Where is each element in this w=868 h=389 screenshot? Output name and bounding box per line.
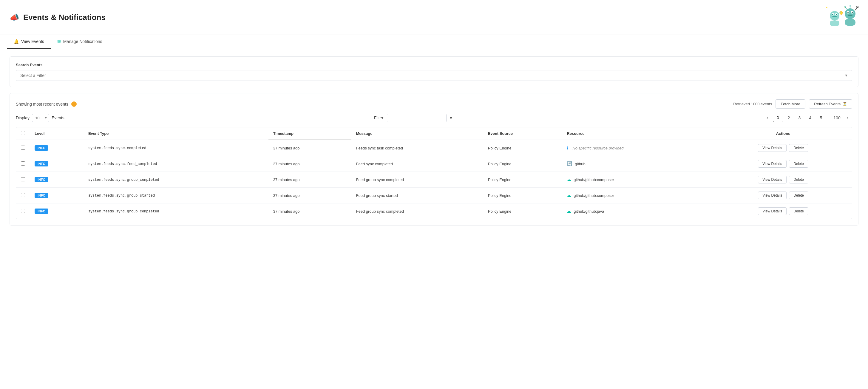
tab-bar: 🔔 View Events ✉ Manage Notifications [0,35,868,49]
showing-text: Showing most recent events [16,102,68,107]
table-row: INFO system.feeds.sync.completed 37 minu… [16,140,852,156]
page-wrapper: 📣 Events & Notifications [0,0,868,389]
display-label: Display [16,115,30,120]
table-row: INFO system.feeds.sync.feed_completed 37… [16,156,852,172]
select-all-checkbox[interactable] [21,131,25,135]
tab-manage-notifications-label: Manage Notifications [63,39,102,44]
row-event-source: Policy Engine [483,172,562,188]
tab-view-events[interactable]: 🔔 View Events [7,35,51,49]
resource-text: github/github:composer [574,178,614,182]
table-body: INFO system.feeds.sync.completed 37 minu… [16,140,852,219]
row-event-type: system.feeds.sync.group_started [84,188,269,204]
table-row: INFO system.feeds.sync.group_started 37 … [16,188,852,204]
row-resource: ℹNo specific resource provided [562,140,714,156]
action-buttons: View Details Delete [719,160,847,168]
main-content: Search Events ▼ Showing most recent even… [0,49,868,233]
display-row: Display 10 25 50 100 Events Filter: [16,113,852,122]
filter-label: Filter: [374,115,384,120]
action-buttons: View Details Delete [719,144,847,152]
pagination: ‹ 1 2 3 4 5 ... 100 › [763,113,852,122]
row-checkbox-4[interactable] [21,209,25,213]
delete-button[interactable]: Delete [789,160,808,168]
action-buttons: View Details Delete [719,176,847,183]
row-event-source: Policy Engine [483,140,562,156]
view-details-button[interactable]: View Details [758,176,786,183]
row-resource: 🔄github [562,156,714,172]
prev-page-button[interactable]: ‹ [763,113,772,122]
page-3-button[interactable]: 3 [795,113,804,122]
svg-rect-15 [845,19,856,26]
view-details-button[interactable]: View Details [758,144,786,152]
row-checkbox-cell [16,204,30,219]
email-icon: ✉ [57,39,61,44]
row-checkbox-3[interactable] [21,193,25,197]
search-label: Search Events [16,63,852,67]
page-5-button[interactable]: 5 [816,113,825,122]
row-checkbox-cell [16,156,30,172]
level-badge: INFO [35,145,48,151]
filter-input[interactable] [387,114,446,122]
events-table: Level Event Type Timestamp Message Event… [16,127,852,219]
row-event-type: system.feeds.sync.group_completed [84,172,269,188]
view-details-button[interactable]: View Details [758,207,786,215]
row-message: Feed sync completed [351,156,483,172]
row-event-type: system.feeds.sync.feed_completed [84,156,269,172]
view-details-button[interactable]: View Details [758,191,786,199]
row-event-source: Policy Engine [483,156,562,172]
row-event-type: system.feeds.sync.completed [84,140,269,156]
delete-button[interactable]: Delete [789,207,808,215]
svg-text:★: ★ [826,6,828,9]
resource-text: github/github:java [574,209,604,214]
row-checkbox-1[interactable] [21,161,25,166]
search-section: Search Events ▼ [9,56,859,87]
row-resource: ☁github/github:composer [562,188,714,204]
retrieved-text: Retrieved 1000 events [733,102,772,106]
svg-rect-6 [830,21,839,26]
delete-button[interactable]: Delete [789,176,808,183]
svg-rect-14 [848,14,852,16]
table-row: INFO system.feeds.sync.group_completed 3… [16,172,852,188]
row-checkbox-2[interactable] [21,177,25,181]
level-badge: INFO [35,209,48,214]
page-4-button[interactable]: 4 [806,113,815,122]
events-section: Showing most recent events i Retrieved 1… [9,93,859,226]
th-checkbox [16,127,30,140]
fetch-more-button[interactable]: Fetch More [776,99,805,109]
events-suffix: Events [52,115,64,120]
view-details-button[interactable]: View Details [758,160,786,168]
row-checkbox-cell [16,140,30,156]
tab-manage-notifications[interactable]: ✉ Manage Notifications [51,35,109,49]
event-type-text: system.feeds.sync.feed_completed [88,162,157,166]
page-100-button[interactable]: 100 [833,113,841,122]
pagination-dots: ... [827,115,831,120]
row-checkbox-0[interactable] [21,146,25,150]
row-level: INFO [30,156,84,172]
th-event-type: Event Type [84,127,269,140]
row-timestamp: 37 minutes ago [269,156,351,172]
resource-text: github/github:composer [574,193,614,198]
next-page-button[interactable]: › [843,113,852,122]
row-timestamp: 37 minutes ago [269,204,351,219]
row-message: Feed group sync completed [351,204,483,219]
action-buttons: View Details Delete [719,191,847,199]
resource-icon: ☁ [567,193,571,198]
level-badge: INFO [35,193,48,198]
row-message: Feed group sync completed [351,172,483,188]
info-icon[interactable]: i [71,101,77,107]
display-select[interactable]: 10 25 50 100 [32,114,49,122]
search-input[interactable] [16,70,852,81]
page-1-button[interactable]: 1 [773,113,782,122]
page-2-button[interactable]: 2 [784,113,793,122]
row-actions: View Details Delete [714,156,852,172]
row-level: INFO [30,188,84,204]
delete-button[interactable]: Delete [789,191,808,199]
filter-area: Filter: ▼ [374,114,453,122]
mascot-svg: ★ ✦ [826,5,859,29]
refresh-events-button[interactable]: Refresh Events ⏳ [809,99,852,109]
row-checkbox-cell [16,188,30,204]
mascot-area: ★ ✦ [826,5,859,29]
delete-button[interactable]: Delete [789,144,808,152]
row-level: INFO [30,204,84,219]
svg-point-0 [830,11,839,21]
event-type-text: system.feeds.sync.group_completed [88,209,159,214]
